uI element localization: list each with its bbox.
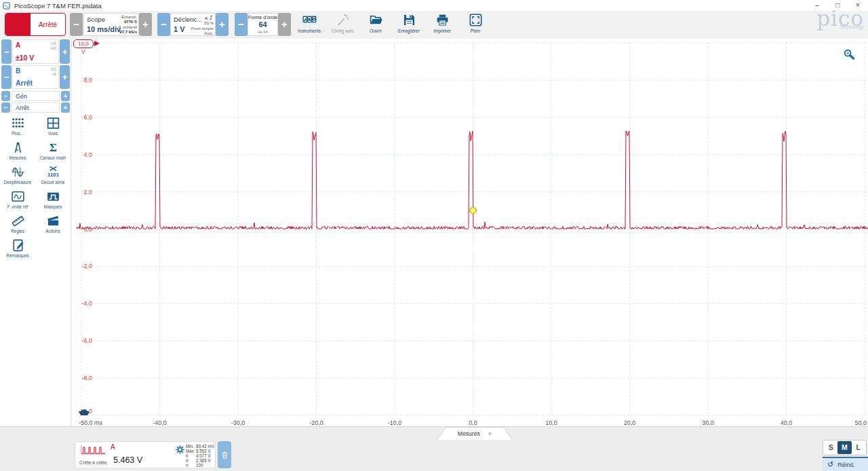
svg-text:40,0: 40,0 xyxy=(781,419,793,426)
deepmeasure-icon xyxy=(11,165,25,179)
title-bar: PicoScope 7 T&M FER.psdata – □ × xyxy=(0,0,868,11)
generator-panel[interactable]: Gén xyxy=(12,91,60,101)
rulers-icon xyxy=(11,214,25,228)
reset-icon: ↺ xyxy=(827,460,833,469)
generator-state-panel[interactable]: Arrêt xyxy=(12,102,60,113)
scope-panel[interactable]: Scope 10 ms/div Échantil. 9770 S F. écha… xyxy=(83,13,139,36)
trigger-group: − Déclenc... 1 V A 50 % Front simple Aut… xyxy=(157,13,229,36)
close-button[interactable]: × xyxy=(848,0,868,11)
channel-a-axis-marker[interactable]: 10,0 xyxy=(73,39,94,48)
generator-row: − Gén + xyxy=(1,91,70,102)
trigger-marker xyxy=(469,206,477,214)
minimize-button[interactable]: – xyxy=(807,0,827,11)
actions-icon xyxy=(46,214,60,228)
window-title: PicoScope 7 T&M FER.psdata xyxy=(14,2,807,10)
svg-text:-20,0: -20,0 xyxy=(309,419,323,426)
svg-text:20,0: 20,0 xyxy=(624,419,636,426)
generator-state-decrease-button[interactable]: − xyxy=(1,102,10,113)
channel-a-panel[interactable]: A CAx10 ±10 V xyxy=(12,39,59,64)
picoscope-window: PicoScope 7 T&M FER.psdata – □ × Arrêté … xyxy=(0,0,868,471)
sidebar-item-masques[interactable]: Masques xyxy=(35,189,71,209)
sidebar-item-vues[interactable]: Vues xyxy=(35,116,71,136)
measurement-card[interactable]: A Crête à crête 5.463 V Min.89.42 mVMax.… xyxy=(75,441,216,468)
waveform-prev-button[interactable]: − xyxy=(235,13,248,36)
delete-measurement-button[interactable] xyxy=(218,441,231,468)
full-icon xyxy=(469,13,483,27)
zoom-tool-icon[interactable] xyxy=(843,48,856,61)
svg-text:4,0: 4,0 xyxy=(83,151,92,158)
sidebar: − A CAx10 ±10 V + − B CCx1 Arrêt + − Gén… xyxy=(0,39,71,426)
scope-increase-button[interactable]: + xyxy=(139,13,152,36)
channel-b-panel[interactable]: B CCx1 Arrêt xyxy=(12,65,59,89)
svg-text:30,0: 30,0 xyxy=(702,419,714,426)
svg-text:-4,0: -4,0 xyxy=(81,300,92,307)
size-button-m[interactable]: M xyxy=(837,441,851,454)
generator-state-row: − Arrêt + xyxy=(1,102,70,113)
instruments-icon xyxy=(302,13,317,27)
bottom-tab-strip: Mesures × xyxy=(0,426,868,440)
svg-text:2,0: 2,0 xyxy=(83,189,92,195)
size-button-l[interactable]: L xyxy=(852,441,865,454)
trigger-increase-button[interactable]: + xyxy=(216,13,229,36)
channel-a-row: − A CAx10 ±10 V + xyxy=(1,39,70,65)
toolbar-button-instruments[interactable]: Instruments xyxy=(297,13,321,33)
trigger-decrease-button[interactable]: − xyxy=(157,13,170,36)
math-icon: Σ xyxy=(46,140,60,155)
scope-group: − Scope 10 ms/div Échantil. 9770 S F. éc… xyxy=(70,13,152,36)
sidebar-item-plus[interactable]: Plus... xyxy=(0,116,35,136)
measurement-stat-row: σ2.365 V xyxy=(186,458,216,463)
trigger-panel[interactable]: Déclenc... 1 V A 50 % Front simple Auto. xyxy=(170,13,216,36)
gear-icon[interactable] xyxy=(176,445,184,453)
toolbar-button-config-auto: Config auto xyxy=(330,13,355,33)
sidebar-item-r-gles[interactable]: Règles xyxy=(0,214,35,233)
svg-text:-10,0: -10,0 xyxy=(388,419,402,426)
channel-b-increase-button[interactable]: + xyxy=(60,65,70,89)
toolbar-button-imprimer[interactable]: Imprimer xyxy=(430,13,454,33)
measurement-value: 5.463 V xyxy=(113,455,142,465)
sidebar-item-f-onde-r-f[interactable]: F. onde réf xyxy=(0,189,35,209)
measurement-stat-row: n100 xyxy=(186,463,216,468)
toolbar-button-enregistrer[interactable]: Enregistrer xyxy=(397,13,421,33)
measurement-stat-row: x̄4.077 V xyxy=(186,453,216,458)
tab-close-icon[interactable]: × xyxy=(488,430,492,437)
sidebar-item-d-cod-s-rie[interactable]: 1101Décod série xyxy=(35,165,71,185)
notes-icon xyxy=(11,238,25,252)
refwave-icon xyxy=(11,189,25,204)
measurement-channel: A xyxy=(111,443,115,451)
svg-text:-40,0: -40,0 xyxy=(153,419,167,426)
open-icon xyxy=(369,13,383,27)
measures-tab[interactable]: Mesures × xyxy=(437,427,513,440)
measurements-panel: A Crête à crête 5.463 V Min.89.42 mVMax.… xyxy=(0,440,868,471)
generator-state-increase-button[interactable]: + xyxy=(61,102,70,113)
channel-a-decrease-button[interactable]: − xyxy=(1,39,12,64)
toolbar-button-plein[interactable]: Plein xyxy=(463,13,488,33)
reset-button[interactable]: ↺ Réinit. xyxy=(823,457,868,471)
channel-b-decrease-button[interactable]: − xyxy=(1,65,12,89)
serial-icon: 1101 xyxy=(46,165,60,179)
sidebar-item-remarques[interactable]: Remarques xyxy=(0,238,35,258)
main-toolbar: Arrêté − Scope 10 ms/div Échantil. 9770 … xyxy=(0,11,868,39)
size-button-s[interactable]: S xyxy=(824,441,837,454)
svg-text:6,0: 6,0 xyxy=(83,114,92,121)
waveform-group: − Forme d'onde 64 de 64 + xyxy=(235,13,291,36)
waveform-next-button[interactable]: + xyxy=(278,13,291,36)
channel-a-axis-arrow-icon xyxy=(94,41,100,46)
save-icon xyxy=(402,13,416,27)
sidebar-item-actions[interactable]: Actions xyxy=(35,214,71,233)
sidebar-tool-grid: Plus...VuesMesuresΣCanaux mathDeepMeasur… xyxy=(0,116,71,258)
waveform-panel[interactable]: Forme d'onde 64 de 64 xyxy=(248,13,278,36)
generator-increase-button[interactable]: + xyxy=(61,91,70,101)
channel-a-trace xyxy=(76,131,868,229)
channel-a-increase-button[interactable]: + xyxy=(60,39,70,64)
measurement-name: Crête à crête xyxy=(79,460,106,465)
sidebar-item-deepmeasure[interactable]: DeepMeasure xyxy=(0,165,35,185)
measurement-stat-row: Max.5.552 V xyxy=(186,449,216,453)
sidebar-item-canaux-math[interactable]: ΣCanaux math xyxy=(35,140,71,160)
run-stop-button[interactable]: Arrêté xyxy=(5,13,66,36)
maximize-button[interactable]: □ xyxy=(827,0,848,11)
sidebar-item-mesures[interactable]: Mesures xyxy=(0,140,35,160)
scope-decrease-button[interactable]: − xyxy=(70,13,83,36)
generator-decrease-button[interactable]: − xyxy=(1,91,10,101)
toolbar-button-ouvrir[interactable]: Ouvrir xyxy=(363,13,388,33)
waveform-plot[interactable]: -50,0 ms-40,0-30,0-20,0-10,00,010,020,03… xyxy=(72,39,868,426)
